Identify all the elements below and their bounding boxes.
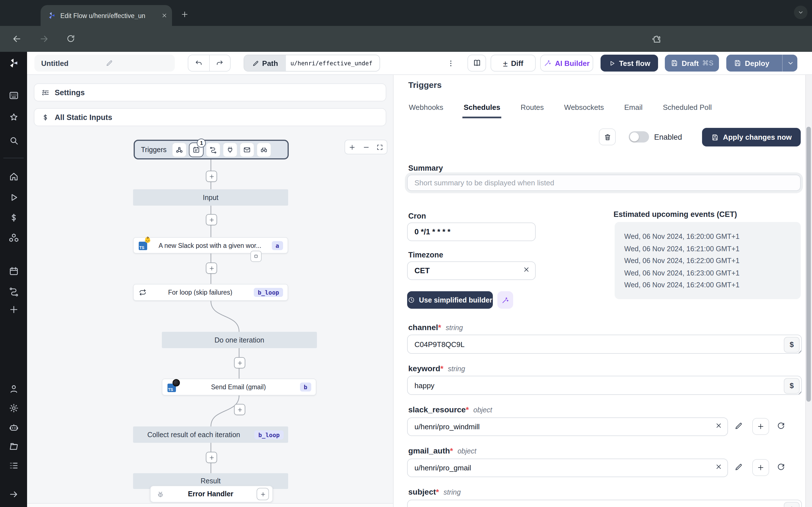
clear-timezone-icon[interactable] [523,266,530,273]
sidebar-expand-icon[interactable] [6,486,21,502]
tab-websockets[interactable]: Websockets [563,100,605,118]
sidebar-item-search[interactable] [6,132,21,148]
step-node-a[interactable]: TS 👶 A new Slack post with a given wor..… [133,237,288,253]
path-input[interactable]: u/henri/effective_undef [286,55,379,71]
back-button[interactable] [12,34,22,44]
all-static-inputs-row[interactable]: All Static Inputs [34,108,386,126]
ai-builder-button[interactable]: AI Builder [540,55,593,71]
sidebar-item-folders[interactable] [6,438,21,454]
new-tab-button[interactable] [181,10,189,18]
schedule-trigger-icon[interactable]: 1 [189,142,204,157]
sidebar-item-settings[interactable] [6,400,21,416]
scrollbar-thumb[interactable] [806,127,811,402]
refresh-resource-icon[interactable] [776,421,785,431]
add-step-button[interactable] [206,171,217,182]
email-trigger-icon[interactable] [240,142,255,157]
summary-input[interactable] [407,175,801,191]
tab-schedules[interactable]: Schedules [462,100,501,118]
tab-routes[interactable]: Routes [519,100,545,118]
clear-resource-icon[interactable] [715,463,722,470]
delete-schedule-button[interactable] [599,128,616,145]
add-step-button[interactable] [206,263,217,274]
sidebar-item-routes[interactable] [6,283,21,299]
step-node-b[interactable]: TS Send Email (gmail) b [162,379,316,395]
sidebar-item-resources[interactable] [6,230,21,245]
forloop-node[interactable]: For loop (skip failures) b_loop [133,284,288,301]
more-options-icon[interactable] [447,59,455,68]
poll-trigger-icon[interactable] [257,142,271,157]
deploy-dropdown-icon[interactable] [786,59,795,67]
sidebar-item-user[interactable] [6,381,21,397]
docs-button[interactable] [467,55,486,71]
extensions-icon[interactable] [652,34,661,44]
forward-button[interactable] [39,34,49,44]
simplified-builder-button[interactable]: Use simplified builder [407,291,493,309]
close-icon[interactable] [161,12,167,18]
sidebar-item-runs[interactable] [6,189,21,205]
collect-result-node[interactable]: Collect result of each iteration b_loop [133,427,288,443]
sidebar-item-logs[interactable] [6,457,21,473]
add-resource-button[interactable] [752,459,769,476]
undo-button[interactable] [188,55,209,71]
gmail-auth-input[interactable] [407,459,728,477]
clear-resource-icon[interactable] [715,422,722,429]
resize-grip[interactable] [796,348,801,353]
edit-resource-icon[interactable] [734,421,743,431]
browser-tab[interactable]: Edit Flow u/henri/effective_un [41,5,172,26]
add-step-button[interactable] [206,452,217,463]
triggers-node[interactable]: Triggers 1 [134,140,289,159]
websocket-trigger-icon[interactable] [223,142,238,157]
typescript-icon: TS 👶 [139,240,148,250]
zoom-in-button[interactable] [345,140,359,154]
edit-name-icon[interactable] [105,59,169,67]
sidebar-item-schedules[interactable] [6,263,21,279]
add-step-button[interactable] [234,404,245,415]
webhook-trigger-icon[interactable] [172,142,187,157]
tab-search-button[interactable] [794,6,808,19]
route-trigger-icon[interactable] [206,142,221,157]
add-error-handler-button[interactable] [257,488,269,500]
reload-button[interactable] [66,34,75,43]
sidebar-item-home[interactable] [6,168,21,184]
resize-grip[interactable] [796,389,801,394]
input-node[interactable]: Input [133,189,288,206]
slack-resource-input[interactable] [407,417,728,436]
subject-input[interactable] [407,500,802,507]
deploy-button[interactable]: Deploy [726,55,797,71]
edit-resource-icon[interactable] [734,462,743,471]
fit-view-button[interactable] [373,140,387,154]
cron-input[interactable] [407,223,536,241]
add-step-button[interactable] [234,357,245,369]
timezone-input[interactable] [407,262,536,280]
keyword-input[interactable] [407,376,802,395]
redo-button[interactable] [209,55,230,71]
draft-button[interactable]: Draft ⌘S [665,55,719,71]
add-step-button[interactable] [206,214,217,225]
flow-name-field[interactable]: Untitled [35,55,175,71]
diff-button[interactable]: ± Diff [491,55,536,71]
ai-cron-button[interactable] [497,291,513,309]
tab-scheduled-poll[interactable]: Scheduled Poll [662,100,713,118]
insert-variable-button[interactable]: $ [784,502,800,507]
sidebar-item-variables[interactable] [6,210,21,225]
sidebar-item-workers[interactable] [6,419,21,435]
tab-webhooks[interactable]: Webhooks [408,100,444,118]
windmill-logo[interactable] [6,55,21,71]
refresh-resource-icon[interactable] [776,462,785,471]
tab-email[interactable]: Email [623,100,644,118]
channel-input[interactable] [407,335,802,354]
sidebar-item-apps[interactable] [6,87,21,103]
zoom-out-button[interactable] [359,140,373,154]
error-handler-node[interactable]: Error Handler [150,486,273,503]
do-one-iteration-node[interactable]: Do one iteration [162,332,317,348]
settings-row[interactable]: Settings [34,83,386,101]
browser-toolbar: app.windmill.dev/flows/edit/u/henri/effe… [0,26,812,52]
test-flow-button[interactable]: Test flow [601,55,658,71]
apply-changes-button[interactable]: Apply changes now [702,128,801,147]
panel-scrollbar[interactable] [805,75,812,507]
sidebar-item-favorites[interactable] [6,109,21,125]
enabled-toggle[interactable] [629,131,649,143]
add-resource-button[interactable] [752,418,769,435]
sidebar-item-create[interactable] [6,301,21,317]
stop-after-if-button[interactable] [250,251,262,262]
